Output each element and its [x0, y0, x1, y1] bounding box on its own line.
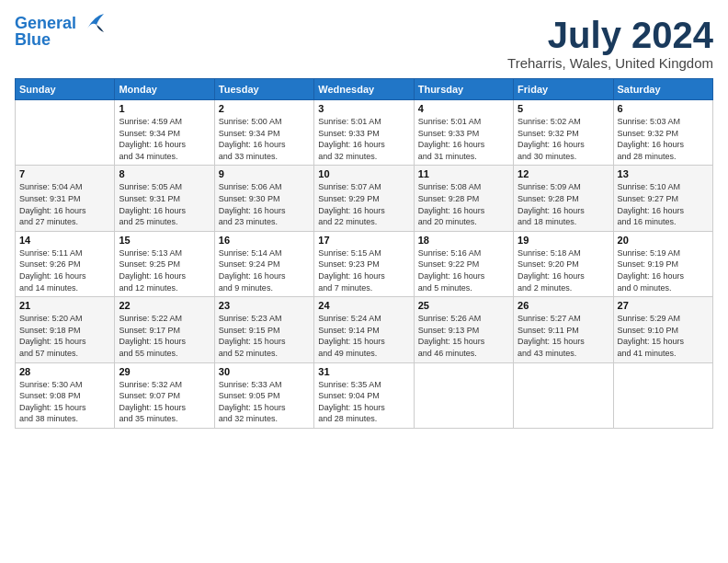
day-info: Sunrise: 5:01 AM Sunset: 9:33 PM Dayligh…	[418, 117, 485, 161]
day-info: Sunrise: 5:22 AM Sunset: 9:17 PM Dayligh…	[119, 314, 186, 358]
day-number: 4	[418, 103, 509, 114]
calendar-cell: 7Sunrise: 5:04 AM Sunset: 9:31 PM Daylig…	[16, 166, 115, 231]
weekday-header-row: SundayMondayTuesdayWednesdayThursdayFrid…	[16, 79, 713, 100]
day-number: 12	[518, 168, 609, 179]
calendar-cell	[613, 362, 712, 428]
day-number: 16	[219, 235, 310, 246]
calendar-cell: 30Sunrise: 5:33 AM Sunset: 9:05 PM Dayli…	[214, 362, 313, 428]
calendar-cell: 4Sunrise: 5:01 AM Sunset: 9:33 PM Daylig…	[414, 100, 513, 166]
calendar-cell: 31Sunrise: 5:35 AM Sunset: 9:04 PM Dayli…	[314, 362, 414, 428]
calendar-cell: 19Sunrise: 5:18 AM Sunset: 9:20 PM Dayli…	[514, 231, 613, 296]
location: Treharris, Wales, United Kingdom	[507, 55, 713, 71]
day-number: 21	[19, 300, 110, 311]
day-info: Sunrise: 5:00 AM Sunset: 9:34 PM Dayligh…	[219, 117, 286, 161]
calendar-header: SundayMondayTuesdayWednesdayThursdayFrid…	[16, 79, 713, 100]
day-info: Sunrise: 5:23 AM Sunset: 9:15 PM Dayligh…	[219, 314, 286, 358]
title-block: July 2024 Treharris, Wales, United Kingd…	[507, 15, 713, 71]
weekday-header-thursday: Thursday	[414, 79, 513, 100]
day-number: 17	[318, 235, 409, 246]
day-info: Sunrise: 5:32 AM Sunset: 9:07 PM Dayligh…	[119, 380, 186, 424]
day-number: 3	[318, 103, 409, 114]
day-number: 19	[518, 235, 609, 246]
calendar-cell: 3Sunrise: 5:01 AM Sunset: 9:33 PM Daylig…	[314, 100, 414, 166]
weekday-header-sunday: Sunday	[16, 79, 115, 100]
calendar-week-2: 7Sunrise: 5:04 AM Sunset: 9:31 PM Daylig…	[16, 166, 713, 231]
day-info: Sunrise: 5:01 AM Sunset: 9:33 PM Dayligh…	[318, 117, 385, 161]
calendar-cell: 28Sunrise: 5:30 AM Sunset: 9:08 PM Dayli…	[16, 362, 115, 428]
day-number: 26	[518, 300, 609, 311]
calendar-cell: 18Sunrise: 5:16 AM Sunset: 9:22 PM Dayli…	[414, 231, 513, 296]
day-number: 30	[219, 366, 310, 377]
calendar-cell: 29Sunrise: 5:32 AM Sunset: 9:07 PM Dayli…	[115, 362, 214, 428]
calendar-cell: 13Sunrise: 5:10 AM Sunset: 9:27 PM Dayli…	[613, 166, 712, 231]
calendar-cell: 1Sunrise: 4:59 AM Sunset: 9:34 PM Daylig…	[115, 100, 214, 166]
day-info: Sunrise: 5:20 AM Sunset: 9:18 PM Dayligh…	[19, 314, 86, 358]
calendar-cell: 26Sunrise: 5:27 AM Sunset: 9:11 PM Dayli…	[514, 297, 613, 362]
calendar-cell: 10Sunrise: 5:07 AM Sunset: 9:29 PM Dayli…	[314, 166, 414, 231]
day-info: Sunrise: 5:26 AM Sunset: 9:13 PM Dayligh…	[418, 314, 485, 358]
day-number: 27	[618, 300, 709, 311]
calendar-cell: 24Sunrise: 5:24 AM Sunset: 9:14 PM Dayli…	[314, 297, 414, 362]
day-number: 14	[19, 235, 110, 246]
calendar-cell: 22Sunrise: 5:22 AM Sunset: 9:17 PM Dayli…	[115, 297, 214, 362]
day-info: Sunrise: 5:03 AM Sunset: 9:32 PM Dayligh…	[618, 117, 685, 161]
day-number: 5	[518, 103, 609, 114]
day-info: Sunrise: 5:30 AM Sunset: 9:08 PM Dayligh…	[19, 380, 86, 424]
day-info: Sunrise: 5:27 AM Sunset: 9:11 PM Dayligh…	[518, 314, 585, 358]
day-number: 11	[418, 168, 509, 179]
day-number: 6	[618, 103, 709, 114]
logo-general: General	[15, 14, 76, 32]
calendar-cell: 11Sunrise: 5:08 AM Sunset: 9:28 PM Dayli…	[414, 166, 513, 231]
day-info: Sunrise: 5:02 AM Sunset: 9:32 PM Dayligh…	[518, 117, 585, 161]
calendar-week-1: 1Sunrise: 4:59 AM Sunset: 9:34 PM Daylig…	[16, 100, 713, 166]
day-number: 22	[119, 300, 210, 311]
calendar-table: SundayMondayTuesdayWednesdayThursdayFrid…	[15, 78, 713, 429]
calendar-cell: 16Sunrise: 5:14 AM Sunset: 9:24 PM Dayli…	[214, 231, 313, 296]
day-number: 8	[119, 168, 210, 179]
month-title: July 2024	[507, 15, 713, 55]
day-number: 23	[219, 300, 310, 311]
day-info: Sunrise: 5:16 AM Sunset: 9:22 PM Dayligh…	[418, 248, 485, 293]
day-number: 10	[318, 168, 409, 179]
weekday-header-tuesday: Tuesday	[214, 79, 313, 100]
day-info: Sunrise: 5:13 AM Sunset: 9:25 PM Dayligh…	[119, 248, 186, 293]
calendar-cell: 17Sunrise: 5:15 AM Sunset: 9:23 PM Dayli…	[314, 231, 414, 296]
day-info: Sunrise: 5:15 AM Sunset: 9:23 PM Dayligh…	[318, 248, 385, 293]
logo-blue: Blue	[15, 31, 51, 50]
calendar-week-4: 21Sunrise: 5:20 AM Sunset: 9:18 PM Dayli…	[16, 297, 713, 362]
day-info: Sunrise: 4:59 AM Sunset: 9:34 PM Dayligh…	[119, 117, 186, 161]
day-number: 7	[19, 168, 110, 179]
calendar-cell: 2Sunrise: 5:00 AM Sunset: 9:34 PM Daylig…	[214, 100, 313, 166]
calendar-body: 1Sunrise: 4:59 AM Sunset: 9:34 PM Daylig…	[16, 100, 713, 429]
calendar-week-5: 28Sunrise: 5:30 AM Sunset: 9:08 PM Dayli…	[16, 362, 713, 428]
day-number: 2	[219, 103, 310, 114]
day-info: Sunrise: 5:18 AM Sunset: 9:20 PM Dayligh…	[518, 248, 585, 293]
day-info: Sunrise: 5:04 AM Sunset: 9:31 PM Dayligh…	[19, 182, 86, 226]
weekday-header-wednesday: Wednesday	[314, 79, 414, 100]
day-info: Sunrise: 5:07 AM Sunset: 9:29 PM Dayligh…	[318, 182, 385, 226]
calendar-week-3: 14Sunrise: 5:11 AM Sunset: 9:26 PM Dayli…	[16, 231, 713, 296]
calendar-cell: 27Sunrise: 5:29 AM Sunset: 9:10 PM Dayli…	[613, 297, 712, 362]
day-info: Sunrise: 5:08 AM Sunset: 9:28 PM Dayligh…	[418, 182, 485, 226]
day-info: Sunrise: 5:06 AM Sunset: 9:30 PM Dayligh…	[219, 182, 286, 226]
day-info: Sunrise: 5:10 AM Sunset: 9:27 PM Dayligh…	[618, 182, 685, 226]
calendar-cell: 14Sunrise: 5:11 AM Sunset: 9:26 PM Dayli…	[16, 231, 115, 296]
day-info: Sunrise: 5:24 AM Sunset: 9:14 PM Dayligh…	[318, 314, 385, 358]
day-info: Sunrise: 5:14 AM Sunset: 9:24 PM Dayligh…	[219, 248, 286, 293]
day-number: 18	[418, 235, 509, 246]
day-number: 15	[119, 235, 210, 246]
calendar-cell: 9Sunrise: 5:06 AM Sunset: 9:30 PM Daylig…	[214, 166, 313, 231]
day-number: 25	[418, 300, 509, 311]
calendar-cell: 15Sunrise: 5:13 AM Sunset: 9:25 PM Dayli…	[115, 231, 214, 296]
day-info: Sunrise: 5:33 AM Sunset: 9:05 PM Dayligh…	[219, 380, 286, 424]
weekday-header-friday: Friday	[514, 79, 613, 100]
calendar-cell	[414, 362, 513, 428]
day-number: 1	[119, 103, 210, 114]
calendar-cell	[16, 100, 115, 166]
day-info: Sunrise: 5:35 AM Sunset: 9:04 PM Dayligh…	[318, 380, 385, 424]
calendar-cell: 25Sunrise: 5:26 AM Sunset: 9:13 PM Dayli…	[414, 297, 513, 362]
day-number: 9	[219, 168, 310, 179]
day-number: 13	[618, 168, 709, 179]
day-number: 24	[318, 300, 409, 311]
page-header: General Blue July 2024 Treharris, Wales,…	[15, 15, 713, 71]
